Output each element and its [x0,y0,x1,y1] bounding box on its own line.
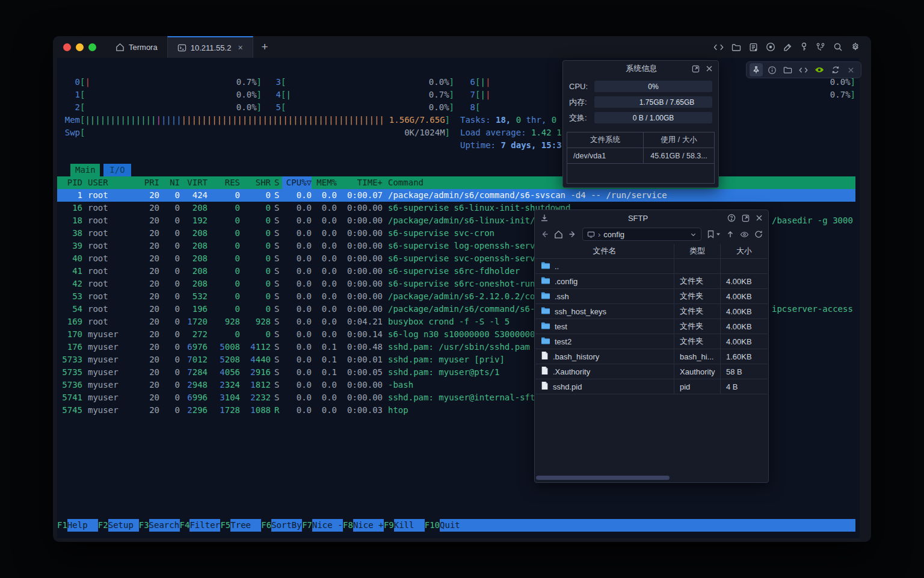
column-header-shr[interactable]: SHR [240,176,271,189]
app-window: Termora 10.211.55.2 × + 0[|0.7%]1[0.0%]2… [53,36,871,542]
tab-session[interactable]: 10.211.55.2 × [167,36,253,58]
process-row[interactable]: 1root20042400S0.00.00:00.07/package/admi… [57,189,855,202]
folder-icon[interactable] [732,43,741,52]
filesystem-row[interactable]: /dev/vda145.61GB / 58.3... [567,148,714,164]
fkey-label: F6 [261,519,271,532]
file-row[interactable]: .ssh文件夹4.00KB [535,289,768,304]
back-icon[interactable] [540,230,549,238]
search-icon[interactable] [833,42,843,52]
path-breadcrumb[interactable]: › config [582,228,701,241]
column-header-mem%[interactable]: MEM% [312,176,337,189]
minimize-window-button[interactable] [76,43,84,51]
file-table-header: 文件名类型大小 [535,244,768,259]
sysinfo-panel: 系统信息 CPU:0%内存:1.75GB / 7.65GB交换:0 B / 1.… [562,60,719,188]
file-row[interactable]: sshd.pidpid4 B [535,379,768,394]
sysinfo-meters: CPU:0%内存:1.75GB / 7.65GB交换:0 B / 1.00GB [563,81,718,123]
swap-meter: Swp[0K/1024M] [57,126,450,139]
file-icon [541,351,549,362]
file-row[interactable]: .XauthorityXauthority58 B [535,364,768,379]
horizontal-scrollbar[interactable] [536,476,670,480]
download-icon[interactable] [540,214,549,222]
record-icon[interactable] [766,42,775,52]
close-icon[interactable] [845,63,858,76]
chevron-down-icon[interactable] [690,231,697,238]
folder-icon [541,276,550,287]
close-window-button[interactable] [63,43,71,51]
column-header-pri[interactable]: PRI [124,176,159,189]
folder-icon [541,306,550,317]
column-header-virt[interactable]: VIRT [180,176,208,189]
folder-icon [541,322,550,332]
close-icon[interactable] [706,65,713,72]
settings-icon[interactable] [851,42,860,52]
column-header-res[interactable]: RES [208,176,240,189]
fkey-action-nice+[interactable]: Nice + [353,519,384,532]
fkey-label: F10 [425,519,440,532]
fkey-action-quit[interactable]: Quit [440,519,470,532]
cpu-meter-4: 4[|0.7%] [274,89,454,101]
file-row[interactable]: .config文件夹4.00KB [535,274,768,289]
file-icon [541,381,549,392]
folder-icon [541,291,550,302]
pin-icon[interactable] [750,63,763,76]
filesystem-table-header: 文件系统使用 / 大小 [567,132,714,148]
code-icon[interactable] [797,63,810,76]
open-external-icon[interactable] [692,65,700,73]
edit-icon[interactable] [783,43,792,52]
close-tab-icon[interactable]: × [238,43,242,52]
htop-tab-main[interactable]: Main [70,164,100,176]
bookmark-dropdown-icon[interactable] [716,232,721,237]
maximize-window-button[interactable] [88,43,96,51]
folder-icon [541,337,550,347]
forward-icon[interactable] [568,230,577,238]
column-header-pid[interactable]: PID [57,176,82,189]
file-row[interactable]: test文件夹4.00KB [535,319,768,334]
htop-tab-io[interactable]: I/O [103,164,131,176]
cpu-meter-1: 1[0.0%] [57,89,262,101]
fkey-label: F3 [139,519,149,532]
command-fragment: /basedir -g 3000 [772,214,853,227]
process-table-header: PIDUSERPRINIVIRTRESSHRSCPU%▽MEM%TIME+Com… [57,176,855,189]
help-icon[interactable] [727,214,736,222]
key-icon[interactable] [800,42,808,52]
column-header-cpu%[interactable]: CPU%▽ [282,176,312,189]
fkey-action-filter[interactable]: Filter [189,519,220,532]
gpu-icon[interactable] [813,63,826,76]
sync-icon[interactable] [828,63,842,76]
fkey-action-help[interactable]: Help [67,519,98,532]
fkey-action-search[interactable]: Search [149,519,180,532]
upload-icon[interactable] [726,230,735,238]
column-header-time+[interactable]: TIME+ [337,176,383,189]
fkey-action-nice[interactable]: Nice - [312,519,343,532]
fkey-action-sortby[interactable]: SortBy [271,519,302,532]
home-icon [116,43,125,52]
log-icon[interactable] [749,43,758,52]
file-row[interactable]: test2文件夹4.00KB [535,334,768,349]
new-tab-button[interactable]: + [253,36,277,58]
column-header-ni[interactable]: NI [159,176,180,189]
open-external-icon[interactable] [742,214,750,222]
keychain-icon[interactable] [816,42,825,52]
fkey-action-setup[interactable]: Setup [108,519,139,532]
terminal-mini-toolbar [746,61,861,78]
info-icon[interactable] [765,63,778,76]
show-hidden-icon[interactable] [740,230,749,239]
fkey-action-kill[interactable]: Kill [394,519,425,532]
column-header-s[interactable]: S [271,176,282,189]
file-table: 文件名类型大小...config文件夹4.00KB.ssh文件夹4.00KBss… [535,244,768,394]
refresh-icon[interactable] [754,230,763,238]
file-row[interactable]: .. [535,259,768,274]
file-row[interactable]: .bash_historybash_hi...1.60KB [535,349,768,364]
folder-icon[interactable] [781,63,795,76]
column-header-user[interactable]: USER [82,176,124,189]
tab-termora[interactable]: Termora [106,36,167,58]
terminal-icon [177,43,186,52]
file-row[interactable]: ssh_host_keys文件夹4.00KB [535,304,768,319]
close-icon[interactable] [756,214,763,222]
code-icon[interactable] [713,43,724,52]
breadcrumb-separator: › [598,230,600,239]
fkey-action-tree[interactable]: Tree [230,519,261,532]
bookmark-icon[interactable] [707,230,715,238]
breadcrumb-segment[interactable]: config [603,230,624,239]
home-icon[interactable] [554,230,563,239]
